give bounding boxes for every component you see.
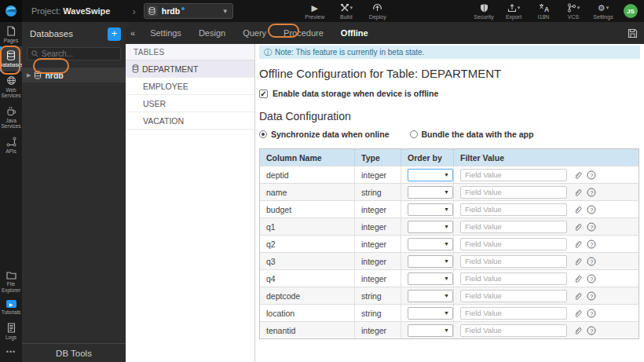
help-icon[interactable]: ?: [587, 222, 596, 232]
db-tools-button[interactable]: DB Tools: [22, 343, 126, 362]
help-icon[interactable]: ?: [587, 309, 596, 318]
help-icon[interactable]: ?: [587, 240, 596, 249]
left-icon-rail: Pages Databases Web Services Java Servic…: [0, 22, 22, 362]
sidebar-item-pages[interactable]: Pages: [0, 22, 22, 46]
wavemaker-logo[interactable]: [0, 0, 22, 22]
sidebar-item-apis[interactable]: APIs: [0, 133, 22, 157]
order-by-select[interactable]: ▼: [408, 290, 453, 302]
security-button[interactable]: Security: [471, 3, 496, 20]
order-by-select[interactable]: ▼: [408, 307, 453, 320]
order-by-select[interactable]: ▼: [408, 272, 453, 285]
bind-variable-paperclip-icon[interactable]: [573, 240, 582, 249]
tab-design[interactable]: Design: [190, 22, 234, 44]
deploy-cloud-icon: [372, 3, 382, 13]
table-item-vacation[interactable]: VACATION: [126, 112, 254, 130]
sidebar-item-web-services[interactable]: Web Services: [0, 71, 22, 102]
order-by-select[interactable]: ▼: [408, 203, 453, 216]
cell-filter-value: ?: [454, 166, 639, 183]
tab-query[interactable]: Query: [234, 22, 275, 44]
help-icon[interactable]: ?: [587, 257, 596, 266]
filter-value-input[interactable]: [460, 307, 567, 320]
bind-variable-paperclip-icon[interactable]: [573, 188, 582, 197]
tab-settings[interactable]: Settings: [141, 22, 190, 44]
row-actions: ?: [573, 291, 596, 301]
filter-value-input[interactable]: [460, 169, 567, 181]
bind-variable-paperclip-icon[interactable]: [573, 326, 582, 335]
filter-value-input[interactable]: [460, 186, 567, 199]
filter-value-input[interactable]: [460, 272, 567, 285]
database-selector-dropdown[interactable]: hrdb ▼: [144, 3, 233, 19]
help-icon[interactable]: ?: [587, 170, 596, 180]
enable-offline-checkbox[interactable]: ✓: [259, 90, 268, 98]
svg-text:A: A: [544, 5, 549, 13]
bind-variable-paperclip-icon[interactable]: [573, 257, 582, 266]
table-item-user[interactable]: USER: [126, 95, 254, 112]
bind-variable-paperclip-icon[interactable]: [573, 205, 582, 214]
sidebar-item-databases[interactable]: Databases: [0, 46, 22, 71]
tab-procedure[interactable]: Procedure: [275, 22, 332, 44]
database-search-input[interactable]: Search...: [27, 47, 121, 60]
sidebar-item-logs[interactable]: Logs: [0, 319, 22, 343]
sidebar-item-file-explorer[interactable]: File Explorer: [0, 267, 22, 296]
header-type: Type: [355, 149, 401, 166]
export-button[interactable]: ▾ Export: [501, 3, 526, 20]
bind-variable-paperclip-icon[interactable]: [573, 274, 582, 283]
row-actions: ?: [573, 188, 596, 197]
cell-type: integer: [355, 270, 401, 287]
tab-offline[interactable]: Offline: [332, 22, 377, 44]
help-icon[interactable]: ?: [587, 188, 596, 197]
filter-value-input[interactable]: [460, 324, 567, 337]
cell-filter-value: ?: [454, 201, 639, 218]
shield-icon: [480, 3, 488, 13]
bind-variable-paperclip-icon[interactable]: [573, 222, 582, 232]
work-area: « Settings Design Query Procedure Offlin…: [126, 22, 644, 362]
database-tree-item-hrdb[interactable]: ▶ hrdb: [22, 68, 126, 82]
config-table-row: q2 integer ▼ ?: [260, 235, 639, 252]
more-options-icon[interactable]: •••: [0, 343, 22, 362]
databases-panel: Databases + Search... ▶ hrdb DB Tools: [22, 22, 126, 362]
help-icon[interactable]: ?: [587, 274, 596, 283]
preview-button[interactable]: ▶ Preview: [302, 3, 327, 20]
order-by-select[interactable]: ▼: [408, 221, 453, 233]
order-by-select[interactable]: ▼: [408, 186, 453, 199]
collapse-panel-icon[interactable]: «: [126, 28, 141, 38]
sync-mode-radios: Synchronize data when online Bundle the …: [259, 130, 640, 139]
filter-value-input[interactable]: [460, 238, 567, 250]
deploy-button[interactable]: Deploy: [365, 3, 390, 20]
add-database-button[interactable]: +: [108, 27, 121, 41]
build-button[interactable]: ▾ Build: [334, 3, 359, 20]
table-item-employee[interactable]: EMPLOYEE: [126, 78, 254, 95]
globe-icon: [6, 75, 16, 86]
table-item-department[interactable]: DEPARTMENT: [126, 60, 254, 78]
order-by-select[interactable]: ▼: [408, 255, 453, 268]
help-icon[interactable]: ?: [587, 291, 596, 301]
vcs-button[interactable]: ▾ VCS: [561, 3, 586, 20]
sidebar-item-tutorials[interactable]: ▶ Tutorials: [0, 296, 22, 318]
databases-panel-header: Databases +: [22, 22, 126, 46]
help-icon[interactable]: ?: [587, 326, 596, 335]
row-actions: ?: [573, 222, 596, 232]
bind-variable-paperclip-icon[interactable]: [573, 291, 582, 301]
bind-variable-paperclip-icon[interactable]: [573, 309, 582, 318]
radio-bundle-with-app[interactable]: Bundle the data with the app: [410, 130, 534, 139]
chevron-down-icon: ▾: [350, 5, 353, 11]
chevron-down-icon: ▼: [444, 276, 449, 281]
expand-arrow-icon[interactable]: ▶: [27, 72, 31, 79]
order-by-select[interactable]: ▼: [408, 324, 453, 337]
filter-value-input[interactable]: [460, 290, 567, 302]
sidebar-item-java-services[interactable]: Java Services: [0, 102, 22, 133]
filter-value-input[interactable]: [460, 221, 567, 233]
save-icon[interactable]: [628, 28, 638, 38]
user-avatar[interactable]: JS: [624, 4, 638, 18]
i18n-button[interactable]: A I18N: [531, 3, 556, 20]
order-by-select[interactable]: ▼: [408, 169, 453, 181]
radio-synchronize-online[interactable]: Synchronize data when online: [259, 130, 390, 139]
filter-value-input[interactable]: [460, 203, 567, 216]
settings-button[interactable]: ⚙▾ Settings: [591, 3, 616, 20]
filter-value-input[interactable]: [460, 255, 567, 268]
order-by-select[interactable]: ▼: [408, 238, 453, 250]
config-table-row: q4 integer ▼ ?: [260, 269, 639, 287]
chevron-down-icon: ▾: [518, 5, 521, 11]
help-icon[interactable]: ?: [587, 205, 596, 214]
bind-variable-paperclip-icon[interactable]: [573, 170, 582, 180]
